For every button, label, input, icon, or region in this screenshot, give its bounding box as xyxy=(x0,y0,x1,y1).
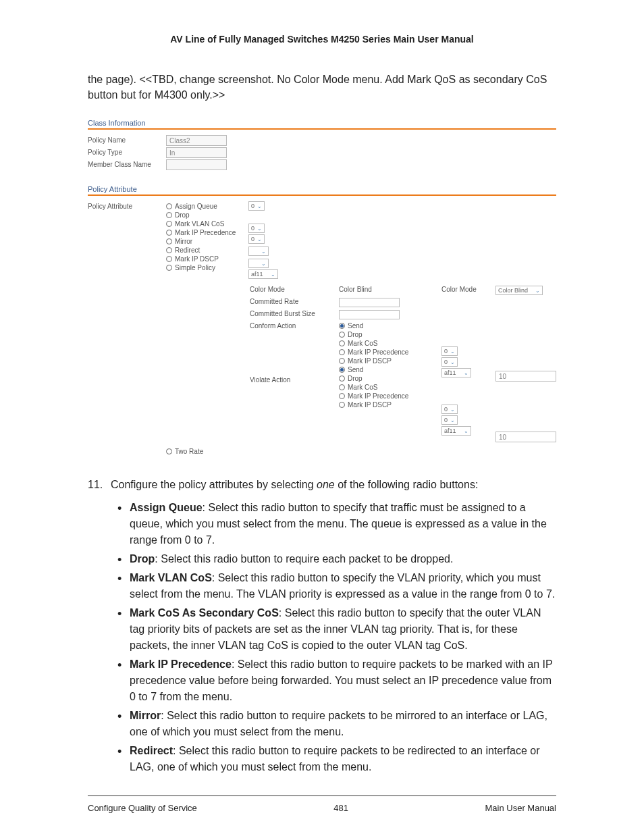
bullet-text: : Select this radio button to require pa… xyxy=(130,745,539,773)
chevron-down-icon: ⌄ xyxy=(261,261,266,267)
committed-rate-input[interactable] xyxy=(339,298,400,307)
step-number: 11. xyxy=(88,477,105,493)
opt-label: Drop xyxy=(348,375,363,382)
opt-label: Mirror xyxy=(175,238,192,245)
opt-label: Drop xyxy=(175,211,190,219)
section-class-info: Class Information xyxy=(88,119,556,127)
chevron-down-icon: ⌄ xyxy=(464,428,468,434)
policy-name-input[interactable]: Class2 xyxy=(166,135,227,146)
footer-divider xyxy=(88,796,556,796)
radio-mirror[interactable]: Mirror xyxy=(166,238,247,245)
violate-prec-select[interactable]: 0⌄ xyxy=(441,415,458,425)
opt-label: Two Rate xyxy=(175,448,203,455)
section-policy-attr: Policy Attribute xyxy=(88,185,556,193)
member-class-input[interactable] xyxy=(166,159,227,170)
conform-action-label: Conform Action xyxy=(250,322,325,333)
dd-value: 0 xyxy=(251,203,254,209)
document-header: AV Line of Fully Managed Switches M4250 … xyxy=(88,34,556,45)
opt-label: Send xyxy=(348,366,363,373)
footer-page-number: 481 xyxy=(333,803,348,813)
opt-label: Redirect xyxy=(175,246,200,254)
bullet-bold: Redirect xyxy=(130,745,173,756)
policy-attribute-label: Policy Attribute xyxy=(88,201,162,210)
bullet-mark-ip-precedence: Mark IP Precedence: Select this radio bu… xyxy=(115,656,556,705)
violate-mark-cos[interactable]: Mark CoS xyxy=(339,384,414,391)
dd-value: af11 xyxy=(444,427,456,434)
conform-cos-select[interactable]: 0⌄ xyxy=(441,346,458,356)
chevron-down-icon: ⌄ xyxy=(450,359,455,365)
bullet-list: Assign Queue: Select this radio button t… xyxy=(115,500,556,775)
violate-dscp-val[interactable]: 10 xyxy=(495,432,556,442)
step-11: 11. Configure the policy attributes by s… xyxy=(88,477,556,493)
color-mode-select[interactable]: Color Blind⌄ xyxy=(495,286,543,295)
bullet-text: : Select this radio button to require ea… xyxy=(155,553,453,565)
chevron-down-icon: ⌄ xyxy=(257,226,262,232)
dd-value: 0 xyxy=(251,225,254,232)
bullet-redirect: Redirect: Select this radio button to re… xyxy=(115,743,556,775)
page-footer: Configure Quality of Service 481 Main Us… xyxy=(88,803,556,813)
violate-send[interactable]: Send xyxy=(339,366,414,373)
violate-cos-select[interactable]: 0⌄ xyxy=(441,405,458,414)
conform-mark-cos[interactable]: Mark CoS xyxy=(339,340,414,347)
opt-label: Drop xyxy=(348,331,363,338)
assign-queue-select[interactable]: 0⌄ xyxy=(248,201,265,211)
radio-simple-policy[interactable]: Simple Policy xyxy=(166,264,247,271)
violate-drop[interactable]: Drop xyxy=(339,375,414,382)
redirect-select[interactable]: ⌄ xyxy=(248,259,269,268)
violate-dscp-select[interactable]: af11⌄ xyxy=(441,426,471,436)
bullet-mark-cos-secondary: Mark CoS As Secondary CoS: Select this r… xyxy=(115,605,556,654)
violate-mark-ip-dscp[interactable]: Mark IP DSCP xyxy=(339,401,414,409)
bullet-bold: Mark VLAN CoS xyxy=(130,572,212,583)
violate-action-label: Violate Action xyxy=(250,376,325,387)
conform-drop[interactable]: Drop xyxy=(339,331,414,338)
bullet-mark-vlan-cos: Mark VLAN CoS: Select this radio button … xyxy=(115,570,556,602)
mirror-select[interactable]: ⌄ xyxy=(248,246,269,256)
radio-mark-ip-precedence[interactable]: Mark IP Precedence xyxy=(166,229,247,236)
step-italic: one xyxy=(317,479,335,490)
bullet-bold: Mark CoS As Secondary CoS xyxy=(130,607,279,619)
violate-mark-ip-prec[interactable]: Mark IP Precedence xyxy=(339,392,414,400)
color-blind-label: Color Blind xyxy=(339,286,414,296)
conform-prec-select[interactable]: 0⌄ xyxy=(441,357,458,367)
footer-right: Main User Manual xyxy=(485,803,557,813)
conform-mark-ip-prec[interactable]: Mark IP Precedence xyxy=(339,348,414,356)
radio-two-rate[interactable]: Two Rate xyxy=(166,448,203,455)
step-suffix: of the following radio buttons: xyxy=(335,479,479,490)
conform-send[interactable]: Send xyxy=(339,322,414,330)
color-mode-label: Color Mode xyxy=(250,286,325,296)
dd-value: 0 xyxy=(444,348,448,355)
opt-label: Mark IP DSCP xyxy=(348,401,392,409)
config-screenshot: Class Information Policy Name Class2 Pol… xyxy=(88,119,556,457)
intro-paragraph: the page). <<TBD, change screenshot. No … xyxy=(88,72,556,103)
radio-redirect[interactable]: Redirect xyxy=(166,246,247,254)
footer-left: Configure Quality of Service xyxy=(88,803,197,813)
chevron-down-icon: ⌄ xyxy=(271,271,275,278)
radio-assign-queue[interactable]: Assign Queue xyxy=(166,203,247,210)
conform-dscp-val[interactable]: 10 xyxy=(495,371,556,382)
bullet-bold: Mirror xyxy=(130,710,161,721)
opt-label: Simple Policy xyxy=(175,264,215,271)
chevron-down-icon: ⌄ xyxy=(535,288,540,294)
member-class-label: Member Class Name xyxy=(88,159,162,168)
step-text: Configure the policy attributes by selec… xyxy=(111,477,478,493)
ip-dscp-select[interactable]: af11⌄ xyxy=(248,269,278,279)
divider xyxy=(88,128,556,130)
opt-label: Mark CoS xyxy=(348,384,377,391)
ip-prec-select[interactable]: 0⌄ xyxy=(248,234,265,244)
policy-type-input[interactable]: In xyxy=(166,147,227,158)
opt-label: Send xyxy=(348,322,363,330)
vlan-cos-select[interactable]: 0⌄ xyxy=(248,224,265,233)
bullet-bold: Assign Queue xyxy=(130,502,203,513)
radio-mark-vlan-cos[interactable]: Mark VLAN CoS xyxy=(166,220,247,228)
divider xyxy=(88,194,556,196)
conform-mark-ip-dscp[interactable]: Mark IP DSCP xyxy=(339,357,414,365)
conform-dscp-select[interactable]: af11⌄ xyxy=(441,368,471,377)
radio-drop[interactable]: Drop xyxy=(166,211,247,219)
dd-value: 0 xyxy=(444,406,448,413)
radio-mark-ip-dscp[interactable]: Mark IP DSCP xyxy=(166,255,247,263)
dd-value: af11 xyxy=(251,271,263,278)
opt-label: Mark IP Precedence xyxy=(348,348,408,356)
bullet-text: : Select this radio button to require pa… xyxy=(130,710,547,737)
bullet-bold: Mark IP Precedence xyxy=(130,658,232,670)
committed-burst-input[interactable] xyxy=(339,310,400,319)
